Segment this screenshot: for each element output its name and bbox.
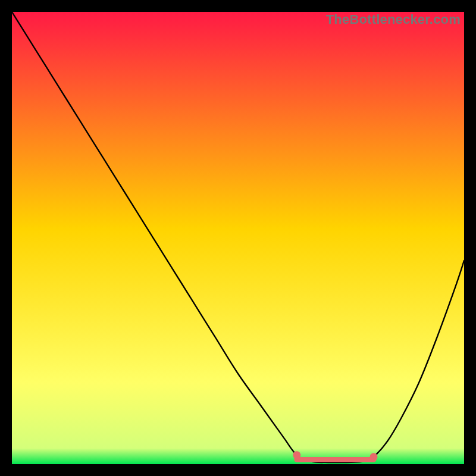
marker-start: [293, 451, 300, 459]
marker-end: [370, 453, 378, 461]
attribution-text: TheBottlenecker.com: [326, 12, 461, 27]
bottleneck-plot: [12, 12, 464, 464]
chart-frame: TheBottlenecker.com: [12, 12, 464, 464]
gradient-background: [12, 12, 464, 464]
